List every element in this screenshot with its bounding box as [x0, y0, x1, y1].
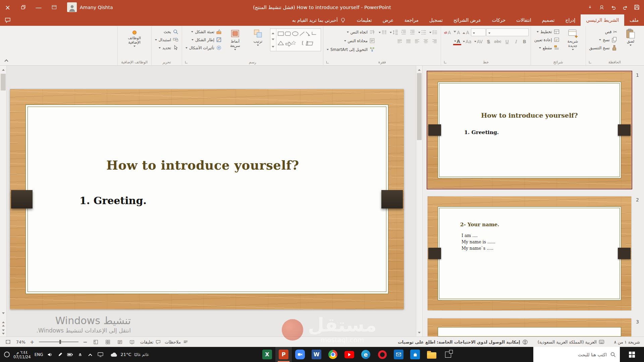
line-spacing-button[interactable] — [389, 28, 399, 36]
clipboard-dialog-launcher[interactable] — [588, 60, 592, 64]
taskbar-youtube[interactable] — [341, 347, 358, 362]
tab-help[interactable]: تعليمات — [352, 14, 377, 26]
comments-panel-button[interactable] — [0, 14, 15, 26]
tab-slideshow[interactable]: عرض الشرائح — [448, 14, 487, 26]
tab-record[interactable]: تسجيل — [424, 14, 448, 26]
decrease-font-size-button[interactable]: A — [452, 28, 461, 36]
editor-scroll-up-button[interactable] — [0, 66, 6, 72]
tab-insert[interactable]: إدراج — [560, 14, 581, 26]
next-slide-button[interactable] — [0, 329, 6, 336]
slide-editor-canvas[interactable]: How to introduce yourself? 1. Greeting. … — [0, 66, 416, 337]
tab-home[interactable]: الشريط الرئيسي — [581, 14, 624, 26]
quick-styles-button[interactable]: أنماط سريعة — [224, 27, 246, 59]
decrease-indent-button[interactable] — [409, 28, 417, 36]
normal-view-button[interactable] — [92, 338, 100, 346]
weather-widget[interactable]: 21°C غائم غالبًا — [107, 352, 152, 357]
taskbar-powerpoint[interactable]: P — [275, 347, 292, 362]
close-button[interactable]: × — [0, 0, 15, 14]
taskbar-excel[interactable]: X — [259, 347, 275, 362]
presenter-coach-button[interactable] — [596, 0, 607, 14]
slide[interactable]: How to introduce yourself? 1. Greeting. — [10, 89, 404, 309]
align-text-button[interactable]: محاذاة النص — [325, 37, 376, 45]
zoom-slider-thumb[interactable] — [59, 340, 61, 344]
bold-button[interactable]: B — [521, 38, 529, 45]
editor-scroll-down-button[interactable] — [0, 310, 6, 317]
section-button[interactable]: مقطع — [533, 44, 561, 52]
start-button[interactable] — [620, 347, 644, 362]
input-language[interactable]: ENG — [35, 352, 43, 357]
clock[interactable]: ٦:٤٤ م 07/11/24 — [13, 350, 31, 359]
shape-fill-button[interactable]: تعبئة الشكل — [184, 28, 223, 36]
taskbar-edge[interactable]: e — [358, 347, 374, 362]
numbering-button[interactable] — [417, 28, 428, 36]
thumbnails-scrollbar-thumb[interactable] — [417, 73, 422, 140]
accessibility-checker[interactable]: إمكانية الوصول لذوي الاحتياجات الخاصة: ا… — [398, 340, 528, 345]
editor-scrollbar[interactable] — [0, 66, 7, 337]
tab-transitions[interactable]: انتقالات — [511, 14, 537, 26]
slide-sorter-view-button[interactable] — [104, 338, 112, 346]
save-button[interactable] — [631, 0, 643, 14]
add-remove-columns-button[interactable] — [378, 28, 388, 36]
shape-outline-button[interactable]: إطار الشكل — [184, 36, 223, 44]
tab-view[interactable]: عرض — [377, 14, 399, 26]
slideshow-view-button[interactable] — [128, 338, 136, 346]
justify-button[interactable] — [405, 38, 413, 45]
font-size-select[interactable] — [471, 28, 486, 36]
increase-indent-button[interactable] — [400, 28, 408, 36]
drawing-dialog-launcher[interactable] — [184, 60, 188, 64]
align-right-button[interactable] — [431, 38, 439, 45]
taskbar-search[interactable] — [533, 347, 620, 362]
volume-icon[interactable] — [47, 351, 53, 358]
thumbnails-scrollbar[interactable] — [416, 66, 423, 337]
taskbar-file-explorer[interactable] — [423, 347, 440, 362]
bullets-button[interactable] — [428, 28, 439, 36]
find-button[interactable]: بحث — [154, 28, 180, 36]
slide-counter[interactable]: شريحة ١ من ٨ — [614, 340, 640, 345]
clear-formatting-button[interactable]: A — [443, 28, 452, 36]
language-button[interactable]: العربية (المملكة العربية السعودية) — [538, 340, 604, 345]
slide-thumbnail-3[interactable] — [428, 318, 631, 337]
change-case-button[interactable]: Aa — [462, 38, 473, 45]
slide-body-text[interactable]: 1. Greeting. — [79, 195, 147, 206]
new-slide-button[interactable]: شريحة جديدة — [562, 27, 584, 59]
paste-button[interactable]: لصق — [620, 27, 641, 59]
zoom-slider[interactable] — [39, 342, 78, 342]
avatar[interactable] — [67, 2, 77, 12]
slide-thumbnail-1[interactable]: How to introduce yourself? 1. Greeting. — [428, 72, 631, 188]
collapse-ribbon-button[interactable] — [3, 57, 10, 64]
text-direction-ltr-button[interactable] — [396, 38, 404, 45]
italic-button[interactable]: I — [512, 38, 520, 45]
select-button[interactable]: تحديد — [154, 44, 180, 52]
cut-button[interactable]: ✂قص — [588, 28, 619, 36]
align-left-button[interactable] — [413, 38, 421, 45]
undo-button[interactable] — [607, 0, 619, 14]
replace-button[interactable]: استبدال — [154, 36, 180, 44]
thumbnails-scroll-up-button[interactable] — [416, 66, 422, 72]
copy-button[interactable]: نسخ — [588, 36, 619, 44]
tray-app-icon[interactable] — [4, 352, 10, 357]
touch-mode-button[interactable] — [584, 0, 596, 14]
tab-design[interactable]: تصميم — [537, 14, 560, 26]
slide-thumbnail-2[interactable]: 2- Your name. I am .... My name is .....… — [428, 196, 631, 310]
search-input[interactable] — [537, 352, 607, 357]
font-color-button[interactable]: A — [453, 38, 461, 45]
notes-toggle[interactable]: ملاحظات — [165, 340, 188, 345]
text-direction-button[interactable]: اتجاه النص — [325, 28, 376, 36]
editor-scrollbar-thumb[interactable] — [1, 74, 6, 90]
taskbar-opera[interactable] — [374, 347, 390, 362]
format-painter-button[interactable]: نسخ التنسيق — [588, 44, 619, 52]
strikethrough-button[interactable]: abc — [493, 38, 502, 45]
taskbar-zoom[interactable] — [292, 347, 308, 362]
underline-button[interactable]: U — [503, 38, 511, 45]
restore-button[interactable] — [15, 0, 31, 14]
redo-button[interactable] — [619, 0, 631, 14]
taskbar-chrome[interactable] — [325, 347, 341, 362]
shapes-gallery-scrollbar[interactable] — [270, 29, 276, 51]
tab-animations[interactable]: حركات — [487, 14, 511, 26]
minimize-button[interactable]: — — [31, 0, 46, 14]
taskbar-mail[interactable] — [390, 347, 407, 362]
convert-to-smartart-button[interactable]: التحويل إلى SmartArt — [325, 45, 376, 54]
news-widget-icon[interactable] — [97, 351, 104, 358]
zoom-level[interactable]: 74% — [16, 340, 25, 345]
previous-slide-button[interactable] — [0, 320, 6, 326]
